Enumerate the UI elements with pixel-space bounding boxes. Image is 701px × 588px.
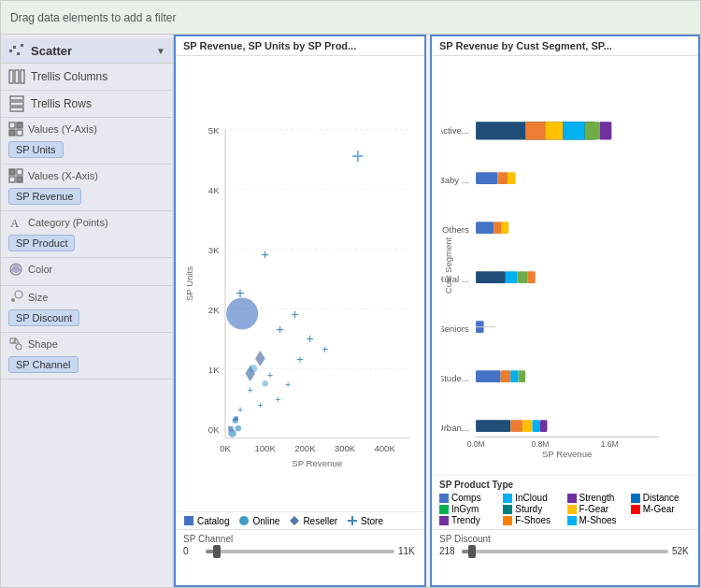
mshoes-label: M-Shoes [579, 515, 617, 525]
values-y-chip[interactable]: SP Units [8, 141, 64, 158]
mgear-label: M-Gear [643, 504, 675, 514]
scatter-svg: SP Units 5K 4K 3K 2K 1K 0K [180, 61, 420, 507]
filter-bar: Drag data elements to add a filter [1, 1, 700, 35]
svg-rect-87 [585, 122, 600, 139]
bar-slider-area: SP Discount 218 52K [432, 529, 698, 585]
bar-chart: SP Revenue by Cust Segment, SP... Cust S… [430, 35, 700, 587]
chart-type-dropdown[interactable]: ▼ [156, 46, 165, 56]
legend-catalog: Catalog [183, 515, 229, 526]
legend-distance: Distance [631, 493, 691, 503]
svg-text:A: A [10, 216, 20, 230]
bar-chart-svg: Cust Segment Active... Baby ... Others R… [441, 61, 689, 470]
category-chip[interactable]: SP Product [8, 235, 75, 251]
legend-trendy: Trendy [439, 515, 499, 525]
legend-sturdy: Sturdy [503, 504, 563, 514]
svg-rect-97 [518, 271, 528, 283]
svg-rect-14 [9, 169, 15, 175]
svg-rect-4 [9, 70, 13, 83]
svg-rect-96 [506, 271, 518, 283]
app-container: Drag data elements to add a filter Scatt… [0, 0, 701, 588]
svg-rect-109 [540, 420, 547, 432]
shape-chip[interactable]: SP Channel [8, 356, 79, 373]
size-chip[interactable]: SP Discount [8, 309, 79, 326]
svg-rect-7 [10, 96, 23, 100]
distance-swatch [631, 494, 640, 503]
fgear-label: F-Gear [579, 504, 609, 514]
ingym-label: InGym [451, 504, 479, 514]
values-y-label: Values (Y-Axis) [28, 123, 97, 135]
svg-point-69 [262, 380, 267, 386]
sp-discount-max: 52K [672, 546, 691, 556]
color-section: Color [1, 258, 173, 286]
fshoes-label: F-Shoes [515, 515, 551, 525]
svg-text:100K: 100K [254, 443, 276, 453]
trellis-rows-label: Trellis Rows [31, 97, 92, 110]
scatter-chart: SP Revenue, SP Units by SP Prod... SP Un… [174, 35, 426, 587]
comps-label: Comps [451, 493, 481, 503]
svg-text:+: + [296, 352, 303, 366]
right-area: SP Revenue, SP Units by SP Prod... SP Un… [174, 35, 700, 587]
product-legend-title: SP Product Type [439, 480, 691, 490]
scatter-chart-title: SP Revenue, SP Units by SP Prod... [176, 36, 424, 56]
svg-rect-94 [502, 222, 508, 234]
bar-chart-title: SP Revenue by Cust Segment, SP... [432, 36, 698, 56]
svg-rect-85 [545, 122, 563, 139]
comps-swatch [439, 494, 449, 503]
svg-rect-86 [563, 122, 584, 139]
scatter-area: SP Units 5K 4K 3K 2K 1K 0K [176, 56, 424, 511]
svg-text:1.6M: 1.6M [601, 439, 619, 449]
trellis-columns-icon [8, 68, 25, 85]
svg-rect-88 [600, 122, 612, 139]
svg-rect-10 [9, 122, 15, 128]
svg-marker-24 [13, 338, 19, 343]
svg-rect-106 [510, 420, 522, 432]
svg-rect-95 [476, 271, 506, 283]
svg-rect-12 [9, 130, 15, 136]
legend-incloud: InCloud [503, 493, 563, 503]
product-legend: SP Product Type Comps InCloud [432, 475, 698, 529]
svg-text:+: + [322, 342, 328, 356]
chart-type-label: Scatter [31, 44, 156, 58]
bar-chart-area: Cust Segment Active... Baby ... Others R… [432, 56, 698, 475]
mgear-swatch [631, 505, 640, 514]
chart-type-row[interactable]: Scatter ▼ [1, 38, 173, 64]
fgear-swatch [567, 505, 577, 514]
shape-section: Shape SP Channel [1, 333, 173, 380]
category-section: A Category (Points) SP Product [1, 211, 173, 258]
svg-rect-70 [184, 516, 193, 525]
svg-text:+: + [247, 383, 253, 395]
svg-text:2K: 2K [208, 306, 220, 316]
values-x-chip[interactable]: SP Revenue [8, 188, 81, 205]
svg-point-68 [250, 365, 258, 373]
svg-text:+: + [237, 404, 243, 415]
size-section: Size SP Discount [1, 286, 173, 333]
product-legend-grid: Comps InCloud Strength [439, 493, 691, 525]
main-area: Scatter ▼ Trellis Columns [1, 35, 700, 587]
sp-discount-label: SP Discount [439, 534, 691, 544]
svg-point-45 [226, 297, 258, 329]
svg-marker-59 [255, 351, 265, 366]
category-icon: A [8, 215, 23, 230]
svg-text:3K: 3K [208, 246, 220, 256]
values-x-icon [8, 168, 23, 183]
svg-rect-98 [527, 271, 535, 283]
sp-discount-track[interactable] [462, 550, 668, 553]
scatter-icon [8, 42, 25, 59]
color-icon [8, 262, 23, 277]
shape-label: Shape [28, 338, 58, 350]
size-label: Size [28, 292, 48, 303]
sp-channel-track[interactable] [206, 550, 394, 553]
sp-discount-slider: SP Discount 218 52K [432, 530, 698, 585]
svg-rect-108 [533, 420, 540, 432]
svg-rect-15 [17, 169, 22, 175]
svg-text:Urban...: Urban... [441, 423, 469, 433]
sturdy-label: Sturdy [515, 504, 542, 514]
svg-rect-93 [494, 222, 501, 234]
svg-rect-16 [9, 177, 15, 182]
legend-catalog-label: Catalog [197, 516, 229, 526]
svg-text:+: + [275, 394, 280, 406]
legend-online-label: Online [252, 516, 279, 526]
svg-rect-64 [228, 426, 233, 431]
svg-text:400K: 400K [374, 443, 395, 453]
svg-point-23 [16, 344, 21, 350]
